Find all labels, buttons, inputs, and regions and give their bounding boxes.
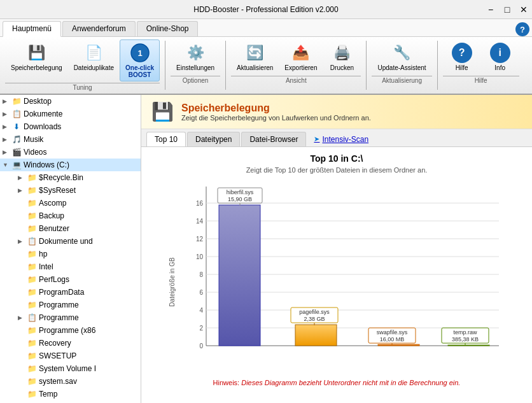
minimize-button[interactable]: − — [482, 0, 499, 19]
toolbar-einstellungen[interactable]: ⚙️ Einstellungen — [171, 39, 220, 74]
folder-icon-dokumente: 📋 — [11, 109, 22, 119]
sidebar-item-programme1[interactable]: 📁 Programme — [0, 299, 141, 311]
sidebar-label-programme-x86: Programme (x86 — [39, 326, 95, 335]
aktualisierung-section-label: Aktualisierung — [372, 76, 431, 84]
einstellungen-icon: ⚙️ — [185, 43, 206, 63]
toolbar-ansicht-items: 🔄 Aktualisieren 📤 Exportieren 🖨️ Drucken — [231, 39, 361, 74]
exportieren-label: Exportieren — [284, 64, 317, 71]
toolbar-dateiduplikate[interactable]: 📄 Dateiduplikate — [68, 39, 120, 81]
sidebar-item-recovery[interactable]: 📁 Recovery — [0, 337, 141, 350]
svg-text:12: 12 — [196, 236, 204, 243]
tab-online-shop[interactable]: Online-Shop — [137, 21, 199, 36]
svg-text:2: 2 — [199, 325, 203, 332]
toolbar-drucken[interactable]: 🖨️ Drucken — [323, 39, 361, 74]
toolbar-hilfe[interactable]: ? Hilfe — [443, 39, 481, 74]
header-text-block: Speicherbelegung Zeigt die Speicherbeleg… — [181, 103, 371, 122]
sidebar-item-benutzer[interactable]: 📁 Benutzer — [0, 222, 141, 235]
bar-pagefile[interactable] — [295, 325, 337, 346]
sidebar-label-ssysreset: $SysReset — [39, 186, 76, 195]
chart-subtitle: Zeigt die Top 10 der größten Dateien in … — [151, 166, 522, 174]
one-click-boost-label: One-clickBOOST — [125, 64, 154, 78]
expand-arrow-srecycle: ▶ — [18, 174, 27, 181]
toolbar-info[interactable]: i Info — [481, 39, 519, 74]
sidebar-item-programme2[interactable]: ▶ 📋 Programme — [0, 311, 141, 324]
sidebar-item-hp[interactable]: 📁 hp — [0, 248, 141, 260]
sidebar-item-desktop[interactable]: ▶ 📁 Desktop — [0, 95, 141, 108]
window-title: HDD-Booster - Professional Edition v2.00… — [193, 5, 338, 14]
help-icon[interactable]: ? — [515, 22, 529, 36]
sidebar-item-intel[interactable]: 📁 Intel — [0, 260, 141, 273]
sidebar-item-programdata[interactable]: 📁 ProgramData — [0, 286, 141, 299]
svg-text:4: 4 — [199, 307, 203, 314]
folder-icon-srecycle: 📁 — [27, 173, 37, 183]
folder-icon-system-sav: 📁 — [27, 376, 37, 386]
sidebar-item-swsetup[interactable]: 📁 SWSETUP — [0, 350, 141, 362]
tab-hauptmenu[interactable]: Hauptmenü — [3, 21, 61, 37]
sidebar-item-backup[interactable]: 📁 Backup — [0, 209, 141, 222]
sidebar-item-downloads[interactable]: ▶ ⬇ Downloads — [0, 120, 141, 133]
svg-text:temp.raw: temp.raw — [453, 329, 477, 336]
main-tabbar: Hauptmenü Anwenderforum Online-Shop ? — [0, 19, 532, 37]
bar-hiberfil[interactable] — [219, 205, 260, 346]
sidebar-item-ascomp[interactable]: 📁 Ascomp — [0, 197, 141, 209]
close-button[interactable]: ✕ — [515, 0, 532, 19]
sidebar-item-windows[interactable]: 📁 Windows — [0, 400, 141, 403]
folder-icon-ssysreset: 📁 — [27, 185, 37, 195]
separator-1 — [165, 41, 165, 90]
folder-icon-programdata: 📁 — [27, 287, 37, 297]
sidebar-label-perflogs: PerfLogs — [39, 275, 69, 284]
svg-text:0: 0 — [199, 343, 203, 350]
sidebar-item-windows-c[interactable]: ▼ 💻 Windows (C:) — [0, 159, 141, 171]
svg-text:pagefile.sys: pagefile.sys — [299, 309, 330, 315]
tab-anwenderforum[interactable]: Anwenderforum — [62, 21, 136, 36]
toolbar-aktualisierung-items: 🔧 Update-Assistent — [372, 39, 431, 74]
folder-icon-programme1: 📁 — [27, 300, 37, 310]
sidebar-label-intel: Intel — [39, 262, 53, 271]
content-area: 💾 Speicherbelegung Zeigt die Speicherbel… — [141, 95, 532, 403]
toolbar-tuning-items: 💾 Speicherbelegung 📄 Dateiduplikate 1 On… — [5, 39, 160, 81]
toolbar-speicherbelegung[interactable]: 💾 Speicherbelegung — [5, 39, 68, 81]
tab-dateitypen[interactable]: Dateitypen — [187, 132, 240, 146]
sidebar-item-programme-x86[interactable]: 📁 Programme (x86 — [0, 324, 141, 337]
sidebar-item-dokumente-und[interactable]: ▶ 📋 Dokumente und — [0, 235, 141, 248]
bar-tempraw[interactable] — [448, 345, 489, 346]
drucken-label: Drucken — [330, 64, 354, 71]
toolbar-hilfe-items: ? Hilfe i Info — [443, 39, 519, 74]
exportieren-icon: 📤 — [291, 43, 311, 63]
toolbar-aktualisieren[interactable]: 🔄 Aktualisieren — [231, 39, 279, 74]
sidebar-scroll[interactable]: ▶ 📁 Desktop ▶ 📋 Dokumente ▶ ⬇ Downloads … — [0, 95, 141, 403]
maximize-button[interactable]: □ — [499, 0, 515, 19]
folder-icon-desktop: 📁 — [11, 96, 22, 106]
sidebar-label-programme2: Programme — [39, 313, 79, 322]
tab-datei-browser[interactable]: Datei-Browser — [241, 132, 306, 146]
bar-chart: Dateigröße in GB 0 2 4 — [168, 180, 505, 371]
sidebar-item-srecycle[interactable]: ▶ 📁 $Recycle.Bin — [0, 171, 141, 184]
sidebar-item-ssysreset[interactable]: ▶ 📁 $SysReset — [0, 184, 141, 197]
sidebar-label-downloads: Downloads — [24, 122, 61, 131]
sidebar-label-recovery: Recovery — [39, 339, 71, 348]
sidebar-item-musik[interactable]: ▶ 🎵 Musik — [0, 133, 141, 146]
sidebar-item-dokumente[interactable]: ▶ 📋 Dokumente — [0, 108, 141, 120]
bar-swapfile[interactable] — [378, 344, 419, 346]
sidebar-label-system-volume: System Volume I — [39, 364, 96, 373]
content-tabbar: Top 10 Dateitypen Datei-Browser ➤ Intens… — [141, 129, 532, 147]
sidebar-item-system-sav[interactable]: 📁 system.sav — [0, 375, 141, 388]
toolbar-exportieren[interactable]: 📤 Exportieren — [279, 39, 323, 74]
folder-icon-musik: 🎵 — [11, 134, 22, 145]
svg-text:8: 8 — [199, 271, 203, 278]
tab-intensiv-scan[interactable]: ➤ Intensiv-Scan — [307, 132, 375, 146]
toolbar-one-click-boost[interactable]: 1 One-clickBOOST — [120, 39, 160, 81]
toolbar-update-assistent[interactable]: 🔧 Update-Assistent — [372, 39, 431, 74]
sidebar: ▶ 📁 Desktop ▶ 📋 Dokumente ▶ ⬇ Downloads … — [0, 95, 141, 403]
svg-text:6: 6 — [199, 289, 203, 296]
sidebar-item-perflogs[interactable]: 📁 PerfLogs — [0, 273, 141, 286]
sidebar-item-temp[interactable]: 📁 Temp — [0, 388, 141, 400]
folder-icon-backup: 📁 — [27, 211, 37, 221]
sidebar-label-benutzer: Benutzer — [39, 224, 69, 233]
expand-arrow-downloads: ▶ — [3, 124, 11, 130]
folder-icon-swsetup: 📁 — [27, 351, 37, 361]
sidebar-item-videos[interactable]: ▶ 🎬 Videos — [0, 146, 141, 159]
sidebar-item-system-volume[interactable]: 📁 System Volume I — [0, 362, 141, 375]
tab-top10[interactable]: Top 10 — [146, 132, 186, 146]
dateiduplikate-label: Dateiduplikate — [74, 64, 114, 71]
